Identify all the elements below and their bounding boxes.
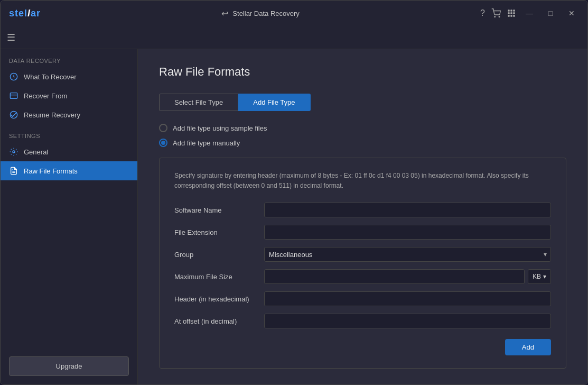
svg-point-0 xyxy=(494,16,496,17)
what-to-recover-icon xyxy=(9,72,18,81)
content-area: Raw File Formats Select File Type Add Fi… xyxy=(138,49,587,384)
svg-rect-12 xyxy=(10,93,17,99)
titlebar-controls: ? — □ ✕ xyxy=(480,6,579,21)
maximize-button[interactable]: □ xyxy=(543,6,558,21)
titlebar: stelIar ↩ Stellar Data Recovery ? xyxy=(1,1,587,26)
svg-point-1 xyxy=(499,16,500,17)
form-row-group: Group Miscellaneous Audio Video Image Do… xyxy=(174,247,551,262)
tab-add-file-type[interactable]: Add File Type xyxy=(238,94,310,111)
tab-bar: Select File Type Add File Type xyxy=(159,94,566,111)
radio-label-sample: Add file type using sample files xyxy=(173,124,267,132)
radio-group: Add file type using sample files Add fil… xyxy=(159,124,566,147)
form-row-offset: At offset (in decimal) xyxy=(174,314,551,328)
form-row-file-extension: File Extension xyxy=(174,225,551,240)
radio-sample-files[interactable]: Add file type using sample files xyxy=(159,124,566,132)
sidebar-item-resume-recovery[interactable]: Resume Recovery xyxy=(1,105,137,124)
sidebar-item-label: Recover From xyxy=(24,92,67,100)
form-hint: Specify signature by entering header (ma… xyxy=(174,171,551,191)
sidebar-item-label: What To Recover xyxy=(24,73,76,81)
back-icon: ↩ xyxy=(221,8,228,19)
apps-icon[interactable] xyxy=(507,9,516,17)
radio-circle-sample xyxy=(159,124,167,132)
svg-rect-10 xyxy=(513,15,515,16)
svg-rect-8 xyxy=(508,15,509,16)
sidebar: Data Recovery What To Recover xyxy=(1,49,138,384)
sidebar-item-label: Raw File Formats xyxy=(24,167,78,175)
label-software-name: Software Name xyxy=(174,206,264,214)
size-unit-selector[interactable]: KB ▾ xyxy=(528,269,551,284)
svg-rect-5 xyxy=(508,12,509,14)
radio-label-manual: Add file type manually xyxy=(173,139,240,147)
sidebar-item-what-to-recover[interactable]: What To Recover xyxy=(1,67,137,86)
sidebar-spacer xyxy=(1,180,137,348)
form-row-header-hex: Header (in hexadecimal) xyxy=(174,291,551,306)
label-header-hex: Header (in hexadecimal) xyxy=(174,295,264,303)
page-title: Raw File Formats xyxy=(159,65,566,79)
app-logo: stelIar xyxy=(9,8,41,19)
radio-circle-manual xyxy=(159,139,167,147)
main-layout: Data Recovery What To Recover xyxy=(1,49,587,384)
toolbar: ☰ xyxy=(1,26,587,49)
svg-rect-9 xyxy=(510,15,512,16)
section-data-recovery: Data Recovery xyxy=(1,49,137,67)
radio-manually[interactable]: Add file type manually xyxy=(159,139,566,147)
form-row-max-file-size: Maximum File Size KB ▾ xyxy=(174,269,551,284)
section-settings: Settings xyxy=(1,124,137,142)
input-max-file-size[interactable] xyxy=(264,269,525,284)
titlebar-center: ↩ Stellar Data Recovery xyxy=(41,8,480,19)
sidebar-item-general[interactable]: General xyxy=(1,142,137,161)
sidebar-item-label: Resume Recovery xyxy=(24,111,80,119)
close-button[interactable]: ✕ xyxy=(564,6,579,21)
select-group[interactable]: Miscellaneous Audio Video Image Document… xyxy=(264,247,551,262)
form-row-software-name: Software Name xyxy=(174,203,551,217)
group-select-wrapper: Miscellaneous Audio Video Image Document… xyxy=(264,247,551,262)
help-icon[interactable]: ? xyxy=(480,8,485,18)
svg-rect-6 xyxy=(510,12,512,14)
svg-rect-4 xyxy=(513,10,515,11)
input-offset[interactable] xyxy=(264,314,551,328)
input-file-extension[interactable] xyxy=(264,225,551,240)
cart-icon[interactable] xyxy=(491,8,501,18)
minimize-button[interactable]: — xyxy=(522,6,537,21)
label-file-extension: File Extension xyxy=(174,228,264,236)
raw-file-formats-icon xyxy=(9,166,18,176)
input-software-name[interactable] xyxy=(264,203,551,217)
svg-rect-2 xyxy=(508,10,509,11)
hamburger-icon[interactable]: ☰ xyxy=(7,32,15,43)
label-max-file-size: Maximum File Size xyxy=(174,273,264,281)
size-unit-label: KB xyxy=(533,273,541,280)
sidebar-item-label: General xyxy=(24,148,48,156)
tab-select-file-type[interactable]: Select File Type xyxy=(159,94,238,111)
window-title: Stellar Data Recovery xyxy=(232,10,299,17)
svg-rect-3 xyxy=(510,10,512,11)
add-btn-row: Add xyxy=(174,339,551,355)
size-input-group: KB ▾ xyxy=(264,269,551,284)
label-offset: At offset (in decimal) xyxy=(174,317,264,325)
app-window: stelIar ↩ Stellar Data Recovery ? xyxy=(0,0,588,385)
svg-point-15 xyxy=(13,151,15,153)
sidebar-item-raw-file-formats[interactable]: Raw File Formats xyxy=(1,161,137,180)
resume-recovery-icon xyxy=(9,110,18,120)
add-button[interactable]: Add xyxy=(505,339,551,355)
label-group: Group xyxy=(174,251,264,259)
recover-from-icon xyxy=(9,91,18,100)
sidebar-item-recover-from[interactable]: Recover From xyxy=(1,86,137,105)
form-container: Specify signature by entering header (ma… xyxy=(159,158,566,369)
general-gear-icon xyxy=(9,147,18,157)
upgrade-button[interactable]: Upgrade xyxy=(9,356,129,376)
size-unit-chevron: ▾ xyxy=(543,273,546,280)
svg-rect-7 xyxy=(513,12,515,14)
input-header-hex[interactable] xyxy=(264,291,551,306)
